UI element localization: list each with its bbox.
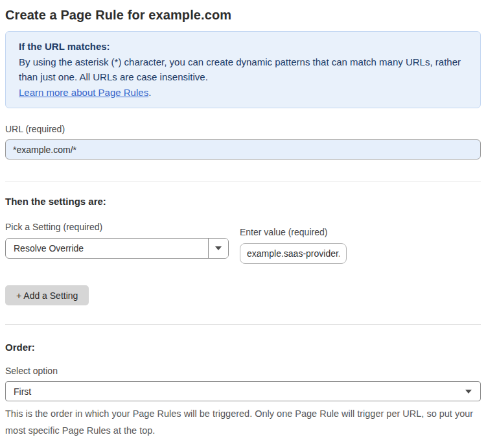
enter-value-column: Enter value (required) — [240, 227, 347, 264]
page-title: Create a Page Rule for example.com — [5, 8, 481, 23]
divider — [5, 182, 481, 182]
pick-setting-label: Pick a Setting (required) — [5, 222, 229, 232]
order-select[interactable]: First — [5, 381, 481, 401]
divider — [5, 324, 481, 325]
chevron-down-icon — [465, 390, 472, 394]
url-field-label: URL (required) — [5, 124, 481, 134]
url-input[interactable] — [5, 139, 481, 159]
order-selected-value: First — [14, 386, 31, 397]
info-box-body: By using the asterisk (*) character, you… — [19, 54, 467, 85]
info-box-link-line: Learn more about Page Rules. — [19, 85, 467, 100]
pick-setting-column: Pick a Setting (required) Resolve Overri… — [5, 222, 229, 259]
pick-setting-dropdown-button[interactable] — [208, 239, 228, 258]
settings-row: Pick a Setting (required) Resolve Overri… — [5, 222, 481, 264]
order-select-label: Select option — [5, 366, 481, 376]
info-box-heading: If the URL matches: — [19, 39, 467, 54]
pick-setting-dropdown[interactable]: Resolve Override — [5, 238, 229, 259]
pick-setting-selected-value: Resolve Override — [6, 239, 208, 258]
order-help-text: This is the order in which your Page Rul… — [5, 405, 481, 439]
order-section-heading: Order: — [5, 342, 481, 353]
add-setting-button[interactable]: + Add a Setting — [5, 285, 89, 305]
chevron-down-icon — [215, 246, 222, 250]
learn-more-link[interactable]: Learn more about Page Rules — [19, 87, 148, 98]
setting-value-input[interactable] — [240, 243, 347, 264]
enter-value-label: Enter value (required) — [240, 227, 347, 237]
settings-section-heading: Then the settings are: — [5, 196, 481, 207]
link-period: . — [148, 87, 151, 98]
url-match-info-box: If the URL matches: By using the asteris… — [5, 31, 481, 108]
